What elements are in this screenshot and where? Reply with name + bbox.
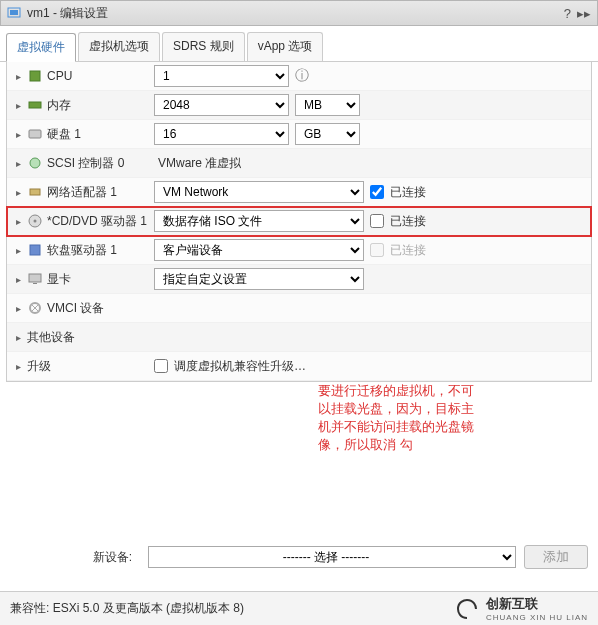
- harddisk-label: 硬盘 1: [47, 126, 81, 143]
- floppy-icon: [27, 242, 43, 258]
- svg-rect-7: [30, 189, 40, 195]
- harddisk-unit-select[interactable]: GB: [295, 123, 360, 145]
- new-device-select[interactable]: ------- 选择 -------: [148, 546, 516, 568]
- upgrade-checkbox-label: 调度虚拟机兼容性升级…: [174, 358, 306, 375]
- tab-vapp-options[interactable]: vApp 选项: [247, 32, 324, 61]
- tab-sdrs-rules[interactable]: SDRS 规则: [162, 32, 245, 61]
- memory-label: 内存: [47, 97, 71, 114]
- harddisk-input[interactable]: 16: [154, 123, 289, 145]
- cddvd-select[interactable]: 数据存储 ISO 文件: [154, 210, 364, 232]
- svg-rect-2: [30, 71, 40, 81]
- svg-rect-3: [29, 102, 41, 108]
- expand-toggle[interactable]: ▸: [13, 71, 23, 82]
- vm-icon: [7, 6, 21, 20]
- new-device-label: 新设备:: [10, 549, 140, 566]
- svg-rect-12: [33, 283, 37, 284]
- titlebar: vm1 - 编辑设置 ? ▸▸: [0, 0, 598, 26]
- video-select[interactable]: 指定自定义设置: [154, 268, 364, 290]
- vmci-label: VMCI 设备: [47, 300, 104, 317]
- expand-toggle[interactable]: ▸: [13, 245, 23, 256]
- scsi-value: VMware 准虚拟: [154, 155, 241, 172]
- row-cpu: ▸ CPU 1 ⓘ: [7, 62, 591, 91]
- cddvd-connected-checkbox[interactable]: [370, 214, 384, 228]
- brand-name: 创新互联: [486, 595, 588, 613]
- row-other-devices: ▸ 其他设备: [7, 323, 591, 352]
- expand-toggle[interactable]: ▸: [13, 100, 23, 111]
- svg-rect-11: [29, 274, 41, 282]
- row-video: ▸ 显卡 指定自定义设置: [7, 265, 591, 294]
- expand-toggle[interactable]: ▸: [13, 274, 23, 285]
- expand-toggle[interactable]: ▸: [13, 129, 23, 140]
- help-icon[interactable]: ?: [564, 6, 571, 21]
- cddvd-connected-label: 已连接: [390, 213, 426, 230]
- window-title: vm1 - 编辑设置: [27, 5, 108, 22]
- compatibility-text: 兼容性: ESXi 5.0 及更高版本 (虚拟机版本 8): [10, 600, 244, 617]
- expand-toggle[interactable]: ▸: [13, 216, 23, 227]
- brand-logo: 创新互联 CHUANG XIN HU LIAN: [454, 595, 588, 622]
- row-floppy: ▸ 软盘驱动器 1 客户端设备 已连接: [7, 236, 591, 265]
- row-network: ▸ 网络适配器 1 VM Network 已连接: [7, 178, 591, 207]
- video-icon: [27, 271, 43, 287]
- annotation-text: 要进行迁移的虚拟机，不可以挂载光盘，因为，目标主机并不能访问挂载的光盘镜像，所以…: [318, 382, 478, 454]
- network-connected-checkbox[interactable]: [370, 185, 384, 199]
- footer: 兼容性: ESXi 5.0 及更高版本 (虚拟机版本 8) 创新互联 CHUAN…: [0, 591, 598, 625]
- vmci-icon: [27, 300, 43, 316]
- row-upgrade: ▸ 升级 调度虚拟机兼容性升级…: [7, 352, 591, 381]
- floppy-select[interactable]: 客户端设备: [154, 239, 364, 261]
- network-icon: [27, 184, 43, 200]
- cpu-label: CPU: [47, 69, 72, 83]
- svg-rect-10: [30, 245, 40, 255]
- cpu-select[interactable]: 1: [154, 65, 289, 87]
- scsi-icon: [27, 155, 43, 171]
- row-scsi: ▸ SCSI 控制器 0 VMware 准虚拟: [7, 149, 591, 178]
- row-vmci: ▸ VMCI 设备: [7, 294, 591, 323]
- expand-toggle[interactable]: ▸: [13, 303, 23, 314]
- expand-toggle[interactable]: ▸: [13, 187, 23, 198]
- expand-icon[interactable]: ▸▸: [577, 6, 591, 21]
- upgrade-checkbox[interactable]: [154, 359, 168, 373]
- row-memory: ▸ 内存 2048 MB: [7, 91, 591, 120]
- network-label: 网络适配器 1: [47, 184, 117, 201]
- upgrade-label: 升级: [27, 358, 51, 375]
- tabs-container: 虚拟硬件 虚拟机选项 SDRS 规则 vApp 选项: [0, 26, 598, 62]
- info-icon[interactable]: ⓘ: [295, 67, 309, 85]
- expand-toggle[interactable]: ▸: [13, 158, 23, 169]
- network-connected-label: 已连接: [390, 184, 426, 201]
- floppy-connected-checkbox: [370, 243, 384, 257]
- add-button[interactable]: 添加: [524, 545, 588, 569]
- memory-unit-select[interactable]: MB: [295, 94, 360, 116]
- new-device-row: 新设备: ------- 选择 ------- 添加: [0, 539, 598, 575]
- memory-icon: [27, 97, 43, 113]
- cpu-icon: [27, 68, 43, 84]
- memory-input[interactable]: 2048: [154, 94, 289, 116]
- svg-point-6: [30, 158, 40, 168]
- floppy-label: 软盘驱动器 1: [47, 242, 117, 259]
- harddisk-icon: [27, 126, 43, 142]
- floppy-connected-label: 已连接: [390, 242, 426, 259]
- row-cddvd: ▸ *CD/DVD 驱动器 1 数据存储 ISO 文件 已连接: [7, 207, 591, 236]
- expand-toggle[interactable]: ▸: [13, 332, 23, 343]
- brand-icon: [454, 596, 480, 622]
- network-select[interactable]: VM Network: [154, 181, 364, 203]
- tab-vm-options[interactable]: 虚拟机选项: [78, 32, 160, 61]
- svg-rect-5: [29, 130, 41, 138]
- expand-toggle[interactable]: ▸: [13, 361, 23, 372]
- scsi-label: SCSI 控制器 0: [47, 155, 124, 172]
- svg-point-9: [34, 220, 37, 223]
- svg-rect-1: [10, 10, 18, 15]
- other-label: 其他设备: [27, 329, 75, 346]
- cd-icon: [27, 213, 43, 229]
- hardware-panel: ▸ CPU 1 ⓘ ▸ 内存 2048 MB ▸ 硬盘 1 16 GB: [6, 62, 592, 382]
- video-label: 显卡: [47, 271, 71, 288]
- cddvd-label: *CD/DVD 驱动器 1: [47, 213, 147, 230]
- tab-virtual-hardware[interactable]: 虚拟硬件: [6, 33, 76, 62]
- brand-sub: CHUANG XIN HU LIAN: [486, 613, 588, 622]
- row-harddisk: ▸ 硬盘 1 16 GB: [7, 120, 591, 149]
